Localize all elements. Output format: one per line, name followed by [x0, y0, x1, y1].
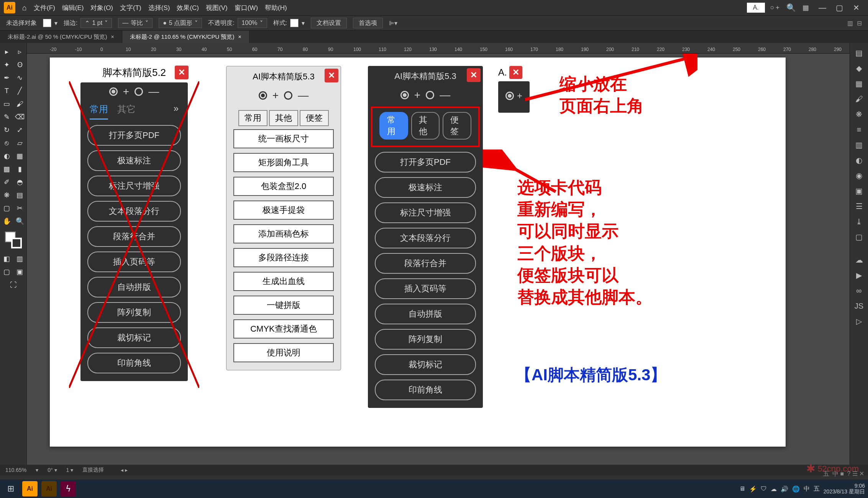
direct-select-tool[interactable]: ▹: [14, 46, 26, 58]
tab-other[interactable]: 其他: [269, 110, 298, 126]
tray-ime[interactable]: 五: [814, 485, 820, 493]
rotate-tool[interactable]: ↻: [1, 124, 13, 136]
menu-window[interactable]: 窗口(W): [235, 3, 258, 12]
lasso-tool[interactable]: ʘ: [14, 59, 26, 71]
tab-notes[interactable]: 便签: [443, 112, 471, 140]
menu-effect[interactable]: 效果(C): [177, 3, 199, 12]
line-tool[interactable]: ╱: [14, 85, 26, 97]
selection-tool[interactable]: ▸: [1, 46, 13, 58]
tab-notes[interactable]: 便签: [300, 110, 329, 126]
width-tool[interactable]: ⎋: [1, 137, 13, 149]
zoom-tool[interactable]: 🔍: [14, 215, 26, 227]
mini-panel-dock[interactable]: A.: [747, 3, 765, 13]
script-button[interactable]: 阵列复制: [87, 302, 181, 323]
radio-on-icon[interactable]: [505, 92, 514, 100]
script-button[interactable]: 多段路径连接: [233, 248, 334, 267]
script-button[interactable]: 一键拼版: [233, 296, 334, 315]
dock-symbols-icon[interactable]: ❋: [852, 107, 866, 121]
close-button[interactable]: ✕: [509, 66, 522, 79]
dock-libraries-icon[interactable]: ☁: [852, 253, 866, 267]
draw-normal-icon[interactable]: ▢: [1, 266, 13, 278]
eraser-tool[interactable]: ⌫: [14, 111, 26, 123]
stroke-variable[interactable]: —等比˅: [118, 18, 153, 28]
script-button[interactable]: 段落行合并: [375, 253, 476, 274]
script-button[interactable]: 阵列复制: [375, 329, 476, 350]
script-button[interactable]: 文本段落分行: [375, 228, 476, 248]
menu-view[interactable]: 视图(V): [206, 3, 228, 12]
radio-on-icon[interactable]: [109, 87, 118, 96]
dock-stroke-icon[interactable]: ≡: [852, 123, 866, 136]
taskbar-ai-1[interactable]: Ai: [22, 481, 38, 496]
menu-select[interactable]: 选择(S): [148, 3, 170, 12]
script-button[interactable]: 标注尺寸增强: [375, 202, 476, 223]
curve-tool[interactable]: ∿: [14, 72, 26, 84]
window-close[interactable]: ✕: [848, 2, 864, 14]
tray-icon[interactable]: 🛡: [761, 485, 767, 492]
gradient-tool[interactable]: ▮: [14, 163, 26, 175]
dock-brushes-icon[interactable]: 🖌: [852, 92, 866, 106]
dock-artboards-icon[interactable]: ▢: [852, 230, 866, 244]
stroke-weight[interactable]: ⌃1 pt˅: [80, 18, 112, 28]
taskbar-ai-2[interactable]: Ai: [41, 481, 57, 496]
close-button[interactable]: ✕: [325, 69, 338, 82]
script-button[interactable]: 裁切标记: [87, 327, 181, 348]
script-button[interactable]: 矩形圆角工具: [233, 153, 334, 172]
tab-common[interactable]: 常用: [90, 103, 108, 120]
doc-tab-1[interactable]: 未标题-2.ai @ 50 % (CMYK/CPU 预览)×: [0, 31, 122, 43]
color-mode-icon[interactable]: ◧: [1, 253, 13, 265]
tray-volume-icon[interactable]: 🔊: [781, 485, 788, 493]
dock-asset-export-icon[interactable]: ⤓: [852, 215, 866, 228]
tray-ime[interactable]: 中: [804, 485, 810, 493]
script-button[interactable]: 使用说明: [233, 343, 334, 362]
tray-icon[interactable]: ☁: [771, 485, 777, 493]
script-button[interactable]: 极速标注: [87, 150, 181, 171]
gradient-mode-icon[interactable]: ▥: [14, 253, 26, 265]
menu-object[interactable]: 对象(O): [90, 3, 113, 12]
dock-swatches-icon[interactable]: ▦: [852, 77, 866, 90]
script-button[interactable]: 印前角线: [87, 353, 181, 373]
window-restore[interactable]: ▢: [831, 2, 847, 14]
opacity-val[interactable]: 100%˅: [238, 18, 267, 28]
script-button[interactable]: 插入页码等: [87, 251, 181, 272]
dock-properties-icon[interactable]: ▤: [852, 46, 866, 60]
panel-toggle-icon[interactable]: ▥: [847, 20, 853, 27]
hand-tool[interactable]: ✋: [1, 215, 13, 227]
script-button[interactable]: 标注尺寸增强: [87, 176, 181, 196]
draw-behind-icon[interactable]: ▣: [14, 266, 26, 278]
script-button[interactable]: 极速手提袋: [233, 201, 334, 220]
close-icon[interactable]: ×: [238, 34, 241, 40]
clock[interactable]: 9:06 2023/8/13 星期日: [824, 483, 865, 495]
radio-off-icon[interactable]: [135, 87, 143, 96]
script-button[interactable]: 段落行合并: [87, 226, 181, 247]
dock-appearance-icon[interactable]: ◉: [852, 169, 866, 182]
radio-off-icon[interactable]: [426, 91, 434, 99]
script-button[interactable]: CMYK查找潘通色: [233, 319, 334, 339]
script-button[interactable]: 生成出血线: [233, 272, 334, 291]
search-icon[interactable]: 🔍: [785, 2, 797, 14]
screen-mode-icon[interactable]: ⛶: [7, 279, 20, 291]
dock-more-icon[interactable]: JS: [852, 299, 866, 313]
brush-tool[interactable]: 🖌: [14, 98, 26, 110]
shaper-tool[interactable]: ✎: [1, 111, 13, 123]
dock-actions-icon[interactable]: ▶: [852, 268, 866, 282]
tab-other[interactable]: 其他: [411, 112, 440, 140]
home-icon[interactable]: ⌂: [22, 3, 27, 12]
taskbar-app-icon[interactable]: ϟ: [61, 481, 76, 496]
magic-wand-tool[interactable]: ✦: [1, 59, 13, 71]
menu-type[interactable]: 文字(T): [120, 3, 141, 12]
tray-network-icon[interactable]: 🌐: [792, 485, 800, 493]
shape-builder-tool[interactable]: ◐: [1, 150, 13, 162]
menu-help[interactable]: 帮助(H): [265, 3, 287, 12]
script-button[interactable]: 打开多页PDF: [87, 125, 181, 146]
radio-on-icon[interactable]: [259, 91, 267, 100]
slice-tool[interactable]: ✂: [14, 202, 26, 214]
scale-tool[interactable]: ⤢: [14, 124, 26, 136]
prefs-button[interactable]: 首选项: [353, 18, 383, 28]
script-button[interactable]: 包装盒型2.0: [233, 177, 334, 196]
dock-transparency-icon[interactable]: ◐: [852, 153, 866, 167]
doc-setup-button[interactable]: 文档设置: [311, 18, 347, 28]
symbol-sprayer-tool[interactable]: ❋: [1, 189, 13, 201]
chevron-right-icon[interactable]: »: [174, 103, 179, 120]
script-button[interactable]: 印前角线: [375, 380, 476, 400]
script-button[interactable]: 统一画板尺寸: [233, 129, 334, 148]
